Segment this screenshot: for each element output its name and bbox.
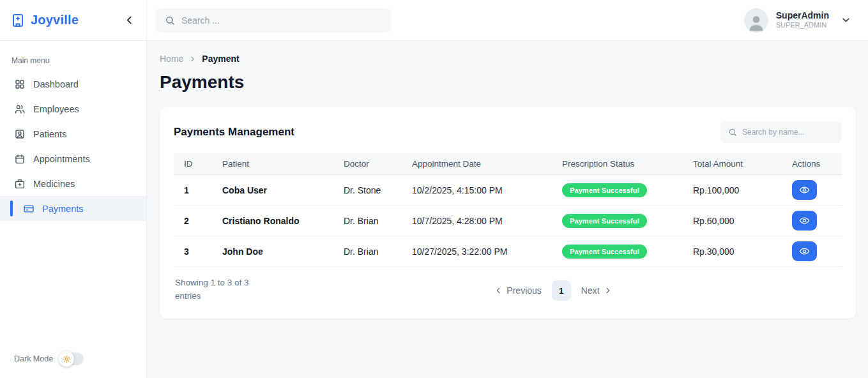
- status-badge: Payment Successful: [562, 183, 647, 197]
- cell-actions: [782, 241, 842, 261]
- col-header-date: Appointment Date: [402, 159, 552, 169]
- cell-date: 10/2/2025, 4:15:00 PM: [402, 185, 552, 195]
- user-identity: SuperAdmin SUPER_ADMIN: [776, 10, 829, 30]
- breadcrumb: Home Payment: [160, 54, 856, 64]
- cell-actions: [782, 211, 842, 231]
- cell-date: 10/27/2025, 3:22:00 PM: [402, 246, 552, 257]
- sidebar-item-label: Payments: [42, 204, 83, 214]
- users-icon: [14, 103, 26, 115]
- topbar: SuperAdmin SUPER_ADMIN: [147, 0, 868, 41]
- view-payment-button[interactable]: [792, 241, 817, 261]
- credit-card-icon: [23, 203, 34, 215]
- panel-header: Payments Management: [160, 107, 856, 153]
- view-payment-button[interactable]: [792, 180, 817, 200]
- sidebar-item-patients[interactable]: Patients: [0, 121, 146, 146]
- hospital-icon: [10, 13, 26, 28]
- avatar: [744, 8, 768, 33]
- sidebar-item-payments[interactable]: Payments: [0, 196, 146, 221]
- dark-mode-toggle[interactable]: [61, 352, 84, 365]
- eye-icon: [799, 185, 810, 195]
- user-profile-menu[interactable]: SuperAdmin SUPER_ADMIN: [744, 8, 851, 33]
- pagination: Previous 1 Next: [264, 280, 842, 301]
- sidebar-item-employees[interactable]: Employees: [0, 96, 146, 121]
- sidebar-menu: Dashboard Employees Patients: [0, 72, 146, 221]
- global-search-input[interactable]: [181, 15, 382, 26]
- breadcrumb-current: Payment: [202, 54, 239, 64]
- payments-panel: Payments Management ID Patient Doctor Ap…: [160, 107, 856, 319]
- sidebar-item-label: Employees: [33, 104, 79, 114]
- sidebar-item-medicines[interactable]: Medicines: [0, 171, 146, 196]
- payments-table: ID Patient Doctor Appointment Date Presc…: [174, 153, 842, 267]
- eye-icon: [799, 246, 810, 257]
- user-name: SuperAdmin: [776, 10, 829, 22]
- cell-patient: Coba User: [212, 185, 333, 195]
- table-row: 1 Coba User Dr. Stone 10/2/2025, 4:15:00…: [174, 175, 842, 206]
- col-header-doctor: Doctor: [333, 159, 402, 169]
- user-role: SUPER_ADMIN: [776, 21, 829, 30]
- calendar-icon: [14, 153, 26, 165]
- table-footer: Showing 1 to 3 of 3 entries Previous 1 N…: [160, 267, 856, 319]
- page-title: Payments: [160, 72, 856, 93]
- col-header-patient: Patient: [212, 159, 333, 169]
- global-search[interactable]: [156, 8, 391, 33]
- brand-name: Joyville: [31, 13, 79, 27]
- next-page-button[interactable]: Next: [581, 285, 613, 296]
- cell-patient: Cristiano Ronaldo: [212, 216, 333, 226]
- chevron-right-icon: [188, 55, 197, 63]
- sidebar-item-appointments[interactable]: Appointments: [0, 146, 146, 171]
- cell-doctor: Dr. Stone: [333, 185, 402, 195]
- cell-doctor: Dr. Brian: [333, 216, 402, 226]
- search-icon: [165, 15, 175, 26]
- sidebar: Joyville Main menu Dashboard: [0, 0, 147, 378]
- page-number-button[interactable]: 1: [552, 280, 571, 301]
- page-content: Home Payment Payments Payments Managemen…: [147, 41, 868, 319]
- brand-logo[interactable]: Joyville: [10, 13, 79, 28]
- entries-summary: Showing 1 to 3 of 3 entries: [175, 276, 264, 303]
- table-search-input[interactable]: [742, 128, 834, 137]
- chevron-down-icon[interactable]: [841, 15, 851, 26]
- dark-mode-label: Dark Mode: [14, 354, 53, 363]
- cell-amount: Rp.100,000: [683, 185, 782, 195]
- status-badge: Payment Successful: [562, 245, 647, 259]
- eye-icon: [799, 215, 810, 226]
- table-row: 3 John Doe Dr. Brian 10/27/2025, 3:22:00…: [174, 236, 842, 267]
- breadcrumb-home-link[interactable]: Home: [160, 54, 183, 64]
- medical-bag-icon: [14, 178, 26, 190]
- cell-actions: [782, 180, 842, 200]
- col-header-status: Prescription Status: [552, 159, 683, 169]
- cell-amount: Rp.30,000: [683, 246, 782, 257]
- table-search[interactable]: [720, 121, 842, 143]
- previous-page-button[interactable]: Previous: [494, 285, 541, 296]
- previous-label: Previous: [506, 285, 541, 296]
- cell-date: 10/7/2025, 4:28:00 PM: [402, 216, 552, 226]
- col-header-actions: Actions: [782, 159, 842, 169]
- toggle-knob: [59, 351, 74, 367]
- sidebar-header: Joyville: [0, 0, 146, 41]
- status-badge: Payment Successful: [562, 214, 647, 228]
- search-icon: [728, 128, 737, 137]
- sun-icon: [63, 355, 71, 363]
- table-header-row: ID Patient Doctor Appointment Date Presc…: [174, 153, 842, 175]
- view-payment-button[interactable]: [792, 211, 817, 231]
- grid-icon: [14, 79, 26, 90]
- sidebar-item-label: Medicines: [33, 179, 75, 189]
- sidebar-item-label: Appointments: [33, 154, 90, 164]
- table-row: 2 Cristiano Ronaldo Dr. Brian 10/7/2025,…: [174, 206, 842, 236]
- cell-amount: Rp.60,000: [683, 216, 782, 226]
- sidebar-section-label: Main menu: [11, 56, 146, 65]
- cell-id: 3: [174, 246, 212, 257]
- next-label: Next: [581, 285, 600, 296]
- sidebar-item-label: Dashboard: [33, 79, 79, 89]
- patient-badge-icon: [14, 128, 26, 140]
- cell-id: 1: [174, 185, 212, 195]
- sidebar-collapse-button[interactable]: [124, 15, 135, 26]
- chevron-right-icon: [604, 286, 613, 295]
- dark-mode-row: Dark Mode: [14, 352, 84, 365]
- cell-status: Payment Successful: [552, 183, 683, 197]
- col-header-id: ID: [174, 159, 212, 169]
- main-area: SuperAdmin SUPER_ADMIN Home Payment Paym…: [147, 0, 868, 378]
- sidebar-item-dashboard[interactable]: Dashboard: [0, 72, 146, 96]
- cell-doctor: Dr. Brian: [333, 246, 402, 257]
- cell-status: Payment Successful: [552, 245, 683, 259]
- cell-status: Payment Successful: [552, 214, 683, 228]
